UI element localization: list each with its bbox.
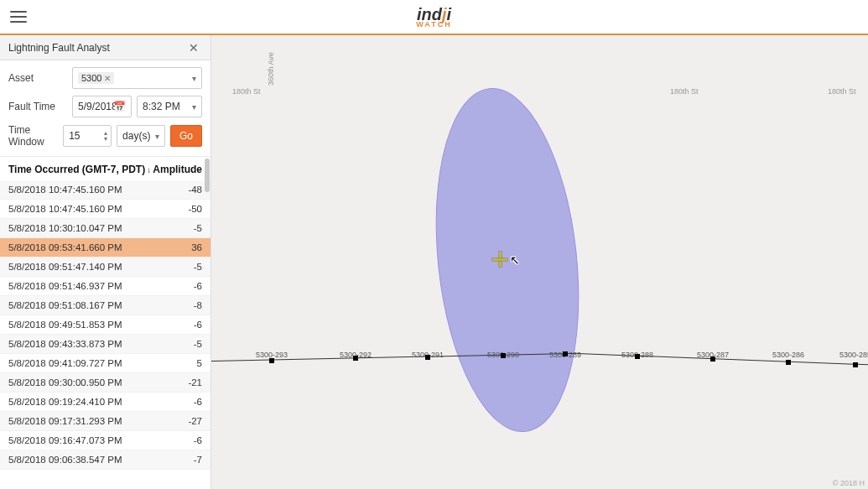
table-row[interactable]: 5/8/2018 09:53:41.660 PM36 [0,238,211,258]
chevron-down-icon: ▾ [155,132,159,141]
results-table: Time Occurred (GMT-7, PDT)↓ Amplitude 5/… [0,157,211,489]
cell-amplitude: -50 [152,204,202,214]
table-row[interactable]: 5/8/2018 09:16:47.073 PM-6 [0,431,211,450]
fault-time-select[interactable]: 8:32 PM ▾ [137,96,202,117]
cell-time: 5/8/2018 10:47:45.160 PM [8,204,152,214]
cell-amplitude: -5 [152,339,202,349]
cell-time: 5/8/2018 09:06:38.547 PM [8,455,152,465]
sort-down-icon: ↓ [147,165,151,174]
table-row[interactable]: 5/8/2018 09:51:08.167 PM-8 [0,296,211,315]
cell-time: 5/8/2018 10:47:45.160 PM [8,185,152,195]
cell-amplitude: 5 [152,358,202,368]
cell-time: 5/8/2018 09:51:08.167 PM [8,300,152,310]
pole-marker[interactable] [269,358,274,363]
street-label: 180th St [670,87,699,96]
pole-marker[interactable] [635,354,640,359]
table-row[interactable]: 5/8/2018 10:30:10.047 PM-5 [0,219,211,238]
cursor-icon: ↖ [510,253,520,267]
sidebar-panel: Lightning Fault Analyst ✕ Asset 5300✕ ▾ … [0,35,211,489]
logo: indji WATCH [416,6,451,29]
cell-time: 5/8/2018 09:51:47.140 PM [8,262,152,272]
cell-amplitude: -8 [152,300,202,310]
map-canvas[interactable]: 360th Ave 180th St 180th St 180th St 530… [211,35,868,489]
pole-marker[interactable] [853,362,858,367]
cell-time: 5/8/2018 09:16:47.073 PM [8,435,152,445]
cell-time: 5/8/2018 09:49:51.853 PM [8,320,152,330]
pole-marker[interactable] [425,355,430,360]
table-row[interactable]: 5/8/2018 09:43:33.873 PM-5 [0,335,211,354]
table-row[interactable]: 5/8/2018 09:06:38.547 PM-7 [0,450,211,470]
pole-label: 5300-286 [772,351,804,359]
street-label: 180th St [232,87,261,96]
go-button[interactable]: Go [170,125,202,147]
cell-amplitude: -6 [152,435,202,445]
copyright-text: © 2018 H [833,479,865,487]
chevron-down-icon: ▾ [192,102,196,112]
time-window-unit-select[interactable]: day(s) ▾ [117,125,165,147]
street-label: 360th Ave [267,52,275,86]
crosshair-icon [492,252,507,267]
cell-amplitude: -6 [152,281,202,291]
table-row[interactable]: 5/8/2018 09:19:24.410 PM-6 [0,393,211,412]
table-row[interactable]: 5/8/2018 09:30:00.950 PM-21 [0,373,211,393]
cell-amplitude: -6 [152,320,202,330]
cell-time: 5/8/2018 09:30:00.950 PM [8,377,152,388]
table-row[interactable]: 5/8/2018 09:51:46.937 PM-6 [0,277,211,296]
tag-remove-icon[interactable]: ✕ [104,74,111,83]
scrollbar[interactable] [205,159,210,192]
fault-date-input[interactable]: 5/9/2018 📅 [72,96,132,117]
cell-time: 5/8/2018 09:43:33.873 PM [8,339,152,349]
cell-time: 5/8/2018 09:41:09.727 PM [8,358,152,368]
cell-time: 5/8/2018 09:51:46.937 PM [8,281,152,291]
table-row[interactable]: 5/8/2018 10:47:45.160 PM-48 [0,180,211,200]
cell-time: 5/8/2018 09:53:41.660 PM [8,242,152,252]
table-row[interactable]: 5/8/2018 09:17:31.293 PM-27 [0,412,211,431]
panel-title: Lightning Fault Analyst [8,42,110,54]
hamburger-menu-icon[interactable] [8,8,29,25]
column-header-amplitude[interactable]: Amplitude [152,164,202,175]
cell-amplitude: -6 [152,397,202,407]
pole-label: 5300-285 [839,351,868,359]
fault-time-label: Fault Time [8,101,67,112]
asset-tag[interactable]: 5300✕ [78,72,114,84]
table-row[interactable]: 5/8/2018 10:47:45.160 PM-50 [0,200,211,219]
strike-ellipse [420,81,595,439]
cell-time: 5/8/2018 09:19:24.410 PM [8,397,152,407]
number-stepper-icon[interactable]: ▴▾ [104,130,107,142]
pole-marker[interactable] [353,356,358,361]
cell-amplitude: -5 [152,262,202,272]
cell-amplitude: 36 [152,242,202,252]
cell-time: 5/8/2018 09:17:31.293 PM [8,416,152,426]
pole-marker[interactable] [710,356,715,362]
table-row[interactable]: 5/8/2018 09:41:09.727 PM5 [0,354,211,373]
table-row[interactable]: 5/8/2018 09:51:47.140 PM-5 [0,258,211,277]
cell-time: 5/8/2018 10:30:10.047 PM [8,223,152,233]
column-header-time[interactable]: Time Occurred (GMT-7, PDT)↓ [8,164,152,175]
calendar-icon: 📅 [113,101,126,112]
asset-select[interactable]: 5300✕ ▾ [72,67,202,89]
time-window-label: Time Window [8,124,58,148]
pole-marker[interactable] [501,353,506,358]
table-row[interactable]: 5/8/2018 09:49:51.853 PM-6 [0,315,211,335]
street-label: 180th St [828,87,856,96]
asset-label: Asset [8,72,67,84]
chevron-down-icon: ▾ [192,74,196,83]
pole-marker[interactable] [563,351,568,356]
cell-amplitude: -5 [152,223,202,233]
time-window-input[interactable]: 15 ▴▾ [63,125,112,147]
cell-amplitude: -27 [152,416,202,426]
cell-amplitude: -21 [152,377,202,388]
cell-amplitude: -48 [152,185,202,195]
close-icon[interactable]: ✕ [185,39,202,56]
cell-amplitude: -7 [152,455,202,465]
pole-marker[interactable] [786,360,791,365]
